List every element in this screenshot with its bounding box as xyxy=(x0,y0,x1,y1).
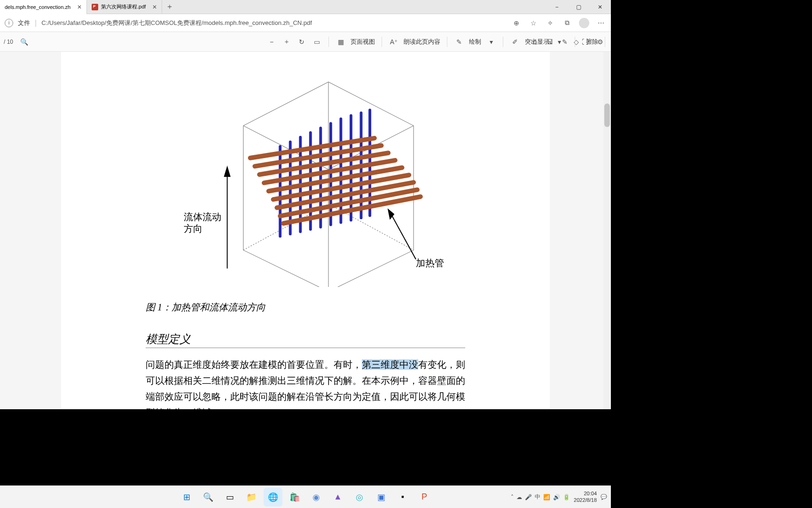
zoom-out-button[interactable]: − xyxy=(265,35,279,49)
app-dark-button[interactable]: ▪ xyxy=(393,488,412,507)
file-explorer-button[interactable]: 📁 xyxy=(242,488,261,507)
pdf-page: 流体流动 方向 加热管 图 1：加热管和流体流动方向 模型定义 问题的真正维度始… xyxy=(61,52,550,409)
app-purple-button[interactable]: ▲ xyxy=(328,488,347,507)
divider xyxy=(447,37,447,47)
windows-taskbar: ⊞ 🔍 ▭ 📁 🌐 🛍️ ◉ ▲ ◎ ▣ ▪ P ˄ ☁ 🎤 中 📶 🔊 🔋 2… xyxy=(0,485,611,508)
address-bar: i 文件 | C:/Users/Jafar/Desktop/免费网课/第七期CO… xyxy=(0,14,611,32)
search-button[interactable]: 🔍 xyxy=(199,488,218,507)
flow-label-1: 流体流动 xyxy=(184,212,221,222)
tab-2-label: 第六次网络课程.pdf xyxy=(101,3,146,10)
volume-icon[interactable]: 🔊 xyxy=(553,494,560,500)
letterbox-right xyxy=(611,0,812,508)
tab-1-label: dels.mph.free_convection.zh xyxy=(5,4,70,10)
body-paragraph[interactable]: 问题的真正维度始终要放在建模的首要位置。有时，第三维度中没有变化，则可以根据相关… xyxy=(146,357,465,409)
page-indicator: / 10 🔍 xyxy=(4,35,31,49)
browser-window: dels.mph.free_convection.zh ✕ 第六次网络课程.pd… xyxy=(0,0,611,409)
save-as-icon[interactable]: ✎ xyxy=(558,35,572,49)
app-blue-button[interactable]: ◉ xyxy=(307,488,326,507)
powerpoint-button[interactable]: P xyxy=(415,488,434,507)
ime-indicator[interactable]: 中 xyxy=(535,493,540,501)
figure-diagram: 流体流动 方向 加热管 xyxy=(155,66,456,287)
read-aloud-button[interactable]: 朗读此页内容 xyxy=(402,38,442,46)
pdf-icon xyxy=(92,4,98,10)
fullscreen-icon[interactable]: ⛶ xyxy=(578,35,592,49)
page-count: / 10 xyxy=(4,39,13,45)
battery-icon[interactable]: 🔋 xyxy=(563,494,570,500)
app-bluesq-button[interactable]: ▣ xyxy=(372,488,390,507)
settings-icon[interactable]: ⚙ xyxy=(593,35,607,49)
figure-caption: 图 1：加热管和流体流动方向 xyxy=(146,301,465,314)
divider xyxy=(503,37,503,47)
onedrive-icon[interactable]: ☁ xyxy=(516,494,522,500)
app-cyan-button[interactable]: ◎ xyxy=(350,488,369,507)
new-tab-button[interactable]: ＋ xyxy=(162,2,177,12)
print-icon[interactable]: ⎙ xyxy=(528,35,542,49)
favorite-icon[interactable]: ☆ xyxy=(528,18,539,28)
window-controls: − ▢ ✕ xyxy=(546,0,611,14)
collections-icon[interactable]: ⧉ xyxy=(562,18,572,28)
clock[interactable]: 20:04 2022/8/18 xyxy=(574,491,597,503)
divider xyxy=(382,37,382,47)
close-window-button[interactable]: ✕ xyxy=(589,0,611,14)
fit-width-button[interactable]: ▭ xyxy=(310,35,324,49)
favorites-bar-icon[interactable]: ✧ xyxy=(545,18,555,28)
divider xyxy=(328,37,329,47)
time: 20:04 xyxy=(574,491,597,497)
taskbar-apps: ⊞ 🔍 ▭ 📁 🌐 🛍️ ◉ ▲ ◎ ▣ ▪ P xyxy=(177,488,434,507)
flow-label-2: 方向 xyxy=(184,223,203,234)
close-icon[interactable]: ✕ xyxy=(77,4,82,10)
address-actions: ⊕ ☆ ✧ ⧉ ⋯ xyxy=(511,18,606,28)
page-view-button[interactable]: 页面视图 xyxy=(349,38,377,46)
chevron-down-icon[interactable]: ▾ xyxy=(484,35,498,49)
tab-bar: dels.mph.free_convection.zh ✕ 第六次网络课程.pd… xyxy=(0,0,611,14)
more-icon[interactable]: ⋯ xyxy=(596,18,606,28)
draw-button[interactable]: 绘制 xyxy=(467,38,483,46)
draw-icon[interactable]: ✎ xyxy=(452,35,466,49)
wifi-icon[interactable]: 📶 xyxy=(543,494,550,500)
task-view-button[interactable]: ▭ xyxy=(220,488,239,507)
tube-label: 加热管 xyxy=(416,258,444,268)
divider xyxy=(575,37,575,47)
start-button[interactable]: ⊞ xyxy=(177,488,196,507)
read-aloud-icon[interactable]: A⁺ xyxy=(387,35,401,49)
page-view-icon[interactable]: ▦ xyxy=(334,35,348,49)
zoom-in-button[interactable]: ＋ xyxy=(280,35,294,49)
scrollbar-thumb[interactable] xyxy=(604,103,610,127)
body-pre: 问题的真正维度始终要放在建模的首要位置。有时， xyxy=(146,359,362,370)
save-icon[interactable]: 🖫 xyxy=(543,35,557,49)
file-label: 文件 xyxy=(18,19,30,27)
separator: | xyxy=(35,19,37,27)
selected-text: 第三维度中没 xyxy=(362,359,418,370)
tab-2[interactable]: 第六次网络课程.pdf ✕ xyxy=(87,0,162,14)
info-icon[interactable]: i xyxy=(5,19,13,27)
maximize-button[interactable]: ▢ xyxy=(568,0,589,14)
edge-button[interactable]: 🌐 xyxy=(264,488,282,507)
store-button[interactable]: 🛍️ xyxy=(285,488,304,507)
search-icon[interactable]: 🔍 xyxy=(17,35,31,49)
tray-icons: ˄ ☁ 🎤 中 📶 🔊 🔋 xyxy=(511,493,570,501)
date: 2022/8/18 xyxy=(574,497,597,503)
svg-marker-20 xyxy=(225,167,230,176)
notifications-icon[interactable]: 💬 xyxy=(601,494,607,500)
highlight-icon[interactable]: ✐ xyxy=(508,35,522,49)
close-icon[interactable]: ✕ xyxy=(152,4,157,10)
svg-line-21 xyxy=(390,213,416,259)
zoom-icon[interactable]: ⊕ xyxy=(511,18,522,28)
pdf-toolbar: / 10 🔍 − ＋ ↻ ▭ ▦ 页面视图 A⁺ 朗读此页内容 ✎ 绘制 ▾ ✐ xyxy=(0,32,611,52)
tab-1[interactable]: dels.mph.free_convection.zh ✕ xyxy=(0,0,87,14)
rotate-button[interactable]: ↻ xyxy=(295,35,309,49)
profile-avatar[interactable] xyxy=(579,18,589,28)
figure-1: 流体流动 方向 加热管 xyxy=(146,66,465,287)
pdf-viewer[interactable]: 流体流动 方向 加热管 图 1：加热管和流体流动方向 模型定义 问题的真正维度始… xyxy=(0,52,611,409)
minimize-button[interactable]: − xyxy=(546,0,568,14)
chevron-up-icon[interactable]: ˄ xyxy=(511,494,514,500)
url-path[interactable]: C:/Users/Jafar/Desktop/免费网课/第七期COMSOL免费课… xyxy=(41,19,507,27)
mic-icon[interactable]: 🎤 xyxy=(525,494,532,500)
section-heading: 模型定义 xyxy=(146,332,465,348)
system-tray: ˄ ☁ 🎤 中 📶 🔊 🔋 20:04 2022/8/18 💬 xyxy=(511,491,607,503)
